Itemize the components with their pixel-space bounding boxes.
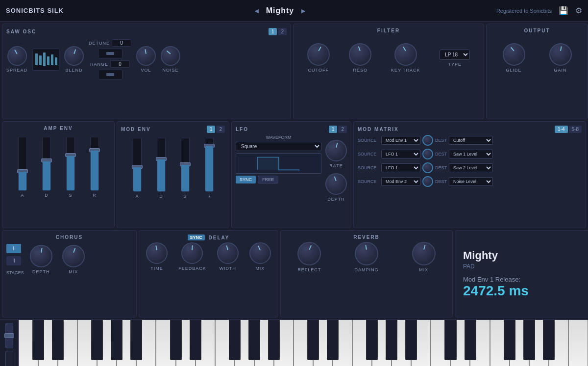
detune-value[interactable]: 0: [112, 39, 131, 47]
amp-r-slider[interactable]: [90, 137, 99, 191]
lfo-tab2[interactable]: 2: [338, 126, 347, 133]
delay-panel: SYNC DELAY TIME FEEDBACK WIDTH MIX: [139, 230, 278, 317]
key-track-knob[interactable]: [394, 43, 417, 66]
mod-wheel[interactable]: [5, 351, 13, 366]
chorus-depth-knob[interactable]: [30, 245, 52, 267]
black-key[interactable]: [130, 320, 142, 360]
keys-container: [19, 320, 588, 366]
amp-env-title: AMP ENV: [6, 126, 110, 131]
black-key[interactable]: [504, 320, 515, 360]
black-key[interactable]: [444, 320, 456, 360]
mod-source-2[interactable]: LFO 1LFO 2Mod Env 1Mod Env 2: [381, 150, 420, 158]
amp-d-slider[interactable]: [42, 137, 51, 191]
mod-knob-2[interactable]: [422, 149, 433, 159]
mod-env-tab1[interactable]: 1: [207, 126, 216, 133]
reso-knob[interactable]: [349, 43, 371, 66]
mod-d-slider[interactable]: [157, 138, 166, 192]
mod-source-3[interactable]: LFO 1LFO 2Mod Env 1Mod Env 2: [381, 163, 420, 172]
black-key[interactable]: [386, 320, 397, 360]
cutoff-knob[interactable]: [307, 43, 330, 66]
blend-knob[interactable]: [64, 46, 84, 66]
amp-s-slider[interactable]: [66, 137, 75, 191]
black-key[interactable]: [32, 320, 44, 360]
mod-dest-3[interactable]: Saw 2 LevelCutoffSaw 1 LevelNoise Level: [449, 163, 493, 172]
mod-a-slider[interactable]: [133, 138, 142, 192]
svg-rect-4: [51, 54, 53, 65]
mod-dest-4[interactable]: Noise LevelCutoffSaw 1 LevelSaw 2 Level: [449, 177, 493, 186]
black-key[interactable]: [52, 320, 64, 360]
black-key[interactable]: [229, 320, 241, 360]
lfo-depth-knob[interactable]: [325, 173, 347, 195]
delay-mix-knob[interactable]: [249, 242, 271, 264]
mod-knob-1[interactable]: [422, 135, 433, 146]
black-key[interactable]: [543, 320, 555, 360]
reverb-mix-knob[interactable]: [412, 242, 436, 265]
delay-time-knob[interactable]: [146, 242, 168, 264]
svg-rect-5: [55, 57, 57, 65]
black-key[interactable]: [248, 320, 260, 360]
app-title: SONICBITS SILK: [6, 7, 64, 14]
amp-a-slider[interactable]: [18, 137, 27, 191]
mod-env-title: MOD ENV: [121, 127, 151, 132]
saw-osc-tab1[interactable]: 1: [269, 28, 277, 35]
range-value[interactable]: 0: [110, 60, 130, 68]
mod-knob-3[interactable]: [422, 162, 433, 173]
next-preset-button[interactable]: ►: [300, 7, 307, 15]
detune-slider[interactable]: [98, 49, 122, 58]
black-key[interactable]: [523, 320, 535, 360]
gain-knob[interactable]: [549, 43, 572, 66]
noise-knob[interactable]: [161, 46, 180, 66]
black-key[interactable]: [465, 320, 476, 360]
reverb-damping-label: DAMPING: [354, 267, 378, 272]
saw-osc-tab2[interactable]: 2: [278, 28, 287, 35]
mod-matrix-tab2[interactable]: 5-8: [569, 126, 582, 133]
mod-dest-2[interactable]: Saw 1 LevelCutoffSaw 2 LevelNoise Level: [449, 150, 493, 158]
black-key[interactable]: [91, 320, 103, 360]
vol-label: VOL: [141, 68, 151, 73]
reverb-damping-knob[interactable]: [355, 242, 378, 265]
lfo-tab1[interactable]: 1: [329, 126, 338, 133]
range-slider[interactable]: [98, 70, 122, 79]
reverb-reflect-knob[interactable]: [297, 242, 321, 265]
black-key[interactable]: [111, 320, 122, 360]
mod-dest-1[interactable]: CutoffSaw 1 LevelSaw 2 LevelNoise Level: [449, 136, 493, 145]
black-key[interactable]: [366, 320, 378, 360]
chorus-stage-i-button[interactable]: I: [6, 244, 21, 253]
chorus-mix-knob[interactable]: [62, 245, 85, 267]
mod-s-slider[interactable]: [181, 138, 190, 192]
mod-env-tab2[interactable]: 2: [216, 126, 225, 133]
vol-knob[interactable]: [136, 46, 156, 66]
chorus-stage-ii-button[interactable]: II: [6, 256, 21, 265]
amp-s-label: S: [69, 193, 72, 198]
lfo-rate-knob[interactable]: [325, 140, 347, 161]
black-key[interactable]: [405, 320, 417, 360]
mod-matrix-tab1[interactable]: 1-4: [555, 126, 567, 133]
black-key[interactable]: [170, 320, 182, 360]
pitch-wheel[interactable]: [5, 323, 13, 348]
delay-feedback-knob[interactable]: [181, 242, 203, 264]
lfo-rate-control: RATE: [325, 140, 347, 168]
free-button[interactable]: FREE: [258, 176, 278, 183]
black-key[interactable]: [327, 320, 339, 360]
black-key[interactable]: [307, 320, 319, 360]
mod-knob-4[interactable]: [422, 176, 433, 187]
sync-button[interactable]: SYNC: [236, 176, 256, 183]
mod-source-4[interactable]: Mod Env 2Mod Env 1LFO 1LFO 2: [381, 177, 420, 186]
glide-knob[interactable]: [503, 43, 525, 66]
mod-r-slider[interactable]: [205, 138, 214, 192]
mod-source-1[interactable]: Mod Env 1Mod Env 2LFO 1LFO 2: [381, 136, 420, 145]
svg-rect-2: [43, 52, 46, 66]
save-icon[interactable]: 💾: [559, 6, 568, 15]
registered-text: Registered to Sonicbits: [496, 8, 552, 14]
prev-preset-button[interactable]: ◄: [253, 7, 260, 15]
delay-width-knob[interactable]: [217, 242, 239, 264]
chorus-depth-control: DEPTH: [30, 245, 52, 274]
black-key[interactable]: [268, 320, 280, 360]
spread-knob[interactable]: [7, 46, 27, 66]
filter-type-select[interactable]: LP 18 LP 12 HP 18 HP 12: [440, 50, 470, 60]
black-key[interactable]: [190, 320, 201, 360]
output-title: OUTPUT: [490, 28, 584, 33]
waveform-select[interactable]: Square Sine Triangle Sawtooth: [236, 142, 321, 151]
lfo-rate-label: RATE: [329, 163, 343, 168]
settings-icon[interactable]: ⚙: [575, 6, 582, 15]
